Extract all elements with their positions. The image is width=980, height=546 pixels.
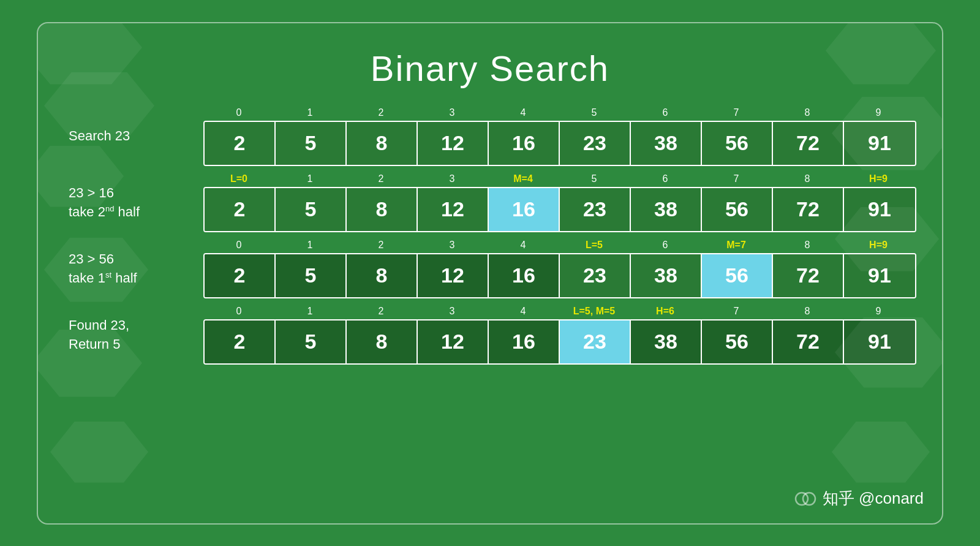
- cell-step2-1: 5: [276, 254, 347, 297]
- index-cell-step3-6: H=6: [630, 306, 701, 318]
- index-cell-step2-6: 6: [630, 240, 701, 252]
- index-cell-step3-5: L=5, M=5: [559, 306, 630, 318]
- cell-search23-7: 56: [702, 122, 773, 165]
- cell-step3-3: 12: [418, 320, 489, 363]
- cell-step3-4: 16: [489, 320, 560, 363]
- cell-step2-9: 91: [844, 254, 915, 297]
- cell-step2-8: 72: [773, 254, 844, 297]
- index-cell-step3-9: 9: [843, 306, 914, 318]
- row-group-step2: 23 > 56take 1st half01234L=56M=78H=92581…: [69, 240, 911, 298]
- cell-step3-6: 38: [631, 320, 702, 363]
- cell-step1-0: 2: [205, 188, 276, 231]
- cell-search23-3: 12: [418, 122, 489, 165]
- array-row-search23: 25812162338567291: [203, 121, 916, 166]
- index-cell-step2-4: 4: [488, 240, 559, 252]
- array-container-step3: 01234L=5, M=5H=678925812162338567291: [203, 306, 916, 365]
- index-cell-step2-8: 8: [772, 240, 843, 252]
- row-group-search23: Search 23012345678925812162338567291: [69, 107, 911, 166]
- index-row-step3: 01234L=5, M=5H=6789: [203, 306, 914, 318]
- index-cell-search23-7: 7: [701, 107, 772, 119]
- cell-step1-6: 38: [631, 188, 702, 231]
- index-cell-search23-8: 8: [772, 107, 843, 119]
- cell-search23-6: 38: [631, 122, 702, 165]
- cell-step2-2: 8: [347, 254, 418, 297]
- index-cell-step3-7: 7: [701, 306, 772, 318]
- cell-step3-1: 5: [276, 320, 347, 363]
- index-row-step2: 01234L=56M=78H=9: [203, 240, 914, 252]
- cell-step2-7: 56: [702, 254, 773, 297]
- index-cell-step3-4: 4: [488, 306, 559, 318]
- cell-search23-0: 2: [205, 122, 276, 165]
- array-row-step1: 25812162338567291: [203, 187, 916, 232]
- index-cell-search23-1: 1: [274, 107, 345, 119]
- array-container-step2: 01234L=56M=78H=925812162338567291: [203, 240, 916, 298]
- cell-step1-3: 12: [418, 188, 489, 231]
- cell-step1-8: 72: [773, 188, 844, 231]
- cell-step1-5: 23: [560, 188, 631, 231]
- cell-search23-1: 5: [276, 122, 347, 165]
- index-cell-step1-9: H=9: [843, 173, 914, 186]
- row-label-step2: 23 > 56take 1st half: [69, 250, 191, 288]
- index-cell-step2-2: 2: [345, 240, 417, 252]
- cell-step1-4: 16: [489, 188, 560, 231]
- cell-search23-8: 72: [773, 122, 844, 165]
- index-cell-search23-3: 3: [417, 107, 488, 119]
- row-label-step1: 23 > 16take 2nd half: [69, 184, 191, 222]
- cell-step1-7: 56: [702, 188, 773, 231]
- array-container-step1: L=0123M=45678H=925812162338567291: [203, 173, 916, 232]
- row-label-search23: Search 23: [69, 127, 191, 146]
- index-cell-step1-6: 6: [630, 173, 701, 186]
- cell-step2-6: 38: [631, 254, 702, 297]
- index-cell-search23-2: 2: [345, 107, 417, 119]
- index-cell-step3-3: 3: [417, 306, 488, 318]
- index-cell-step3-0: 0: [203, 306, 274, 318]
- index-cell-step2-0: 0: [203, 240, 274, 252]
- cell-step1-2: 8: [347, 188, 418, 231]
- main-card: Binary Search Search 2301234567892581216…: [37, 22, 943, 525]
- index-cell-step1-5: 5: [559, 173, 630, 186]
- index-cell-step1-8: 8: [772, 173, 843, 186]
- svg-point-0: [796, 493, 808, 505]
- watermark: 知乎 @conard: [793, 487, 924, 511]
- index-cell-step3-1: 1: [274, 306, 345, 318]
- index-cell-search23-5: 5: [559, 107, 630, 119]
- cell-step2-3: 12: [418, 254, 489, 297]
- row-group-step1: 23 > 16take 2nd halfL=0123M=45678H=92581…: [69, 173, 911, 232]
- index-cell-step2-5: L=5: [559, 240, 630, 252]
- watermark-icon: [793, 487, 818, 511]
- index-cell-step3-2: 2: [345, 306, 417, 318]
- cell-step3-5: 23: [560, 320, 631, 363]
- cell-search23-4: 16: [489, 122, 560, 165]
- index-cell-step1-0: L=0: [203, 173, 274, 186]
- cell-step3-0: 2: [205, 320, 276, 363]
- index-cell-step1-4: M=4: [488, 173, 559, 186]
- array-row-step3: 25812162338567291: [203, 319, 916, 365]
- cell-step2-0: 2: [205, 254, 276, 297]
- index-cell-step2-9: H=9: [843, 240, 914, 252]
- content-area: Search 2301234567892581216233856729123 >…: [69, 107, 911, 365]
- index-cell-search23-6: 6: [630, 107, 701, 119]
- cell-step3-2: 8: [347, 320, 418, 363]
- cell-step1-1: 5: [276, 188, 347, 231]
- cell-search23-5: 23: [560, 122, 631, 165]
- index-cell-search23-4: 4: [488, 107, 559, 119]
- cell-step1-9: 91: [844, 188, 915, 231]
- index-cell-search23-0: 0: [203, 107, 274, 119]
- cell-step2-5: 23: [560, 254, 631, 297]
- index-cell-step1-1: 1: [274, 173, 345, 186]
- index-cell-step3-8: 8: [772, 306, 843, 318]
- index-cell-step1-7: 7: [701, 173, 772, 186]
- cell-search23-2: 8: [347, 122, 418, 165]
- array-container-search23: 012345678925812162338567291: [203, 107, 916, 166]
- index-cell-step1-3: 3: [417, 173, 488, 186]
- page-title: Binary Search: [69, 48, 911, 89]
- index-cell-search23-9: 9: [843, 107, 914, 119]
- svg-point-1: [803, 493, 815, 505]
- index-cell-step2-7: M=7: [701, 240, 772, 252]
- row-group-step3: Found 23,Return 501234L=5, M=5H=67892581…: [69, 306, 911, 365]
- index-cell-step2-3: 3: [417, 240, 488, 252]
- array-row-step2: 25812162338567291: [203, 253, 916, 298]
- cell-step3-9: 91: [844, 320, 915, 363]
- cell-step3-7: 56: [702, 320, 773, 363]
- cell-step3-8: 72: [773, 320, 844, 363]
